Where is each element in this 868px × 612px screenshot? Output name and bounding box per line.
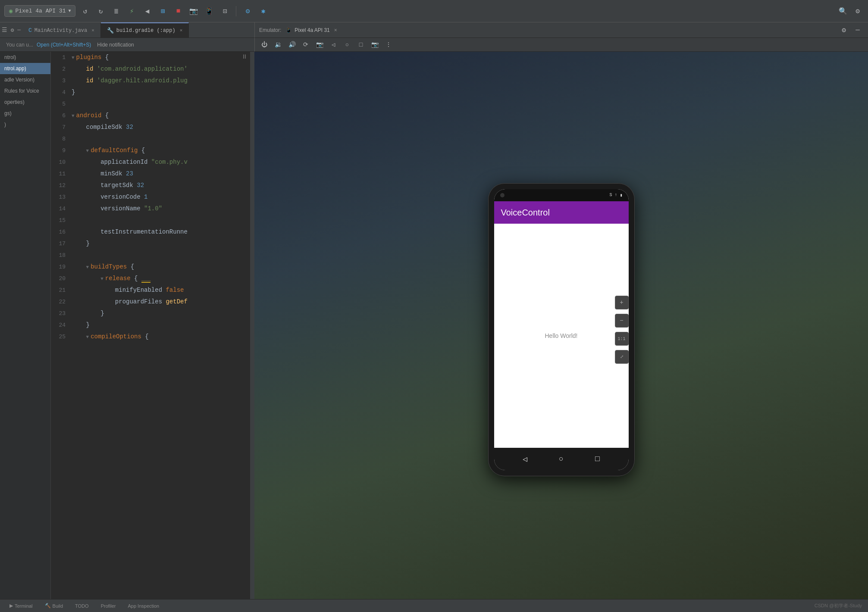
screenshot-icon[interactable]: 📷 [314,40,325,50]
line-num-15: 15 [51,215,72,226]
profiler-tab[interactable]: Profiler [97,603,119,609]
emulator-minimize-icon[interactable]: — [852,24,864,36]
device-selector[interactable]: ◉ Pixel 4a API 31 ▼ [4,5,75,17]
volume-down-icon[interactable]: 🔉 [273,40,283,50]
tab-main-activity[interactable]: C MainActivity.java × [22,22,101,37]
tablet-icon[interactable]: ⊡ [219,5,231,17]
phone-content: Hello World! [494,224,629,448]
sidebar-item-3[interactable]: Rules for Voice [0,85,50,97]
sidebar-item-6[interactable]: ) [0,119,50,130]
zoom-out-button[interactable]: − [615,314,629,328]
more-options-icon[interactable]: ⋮ [383,40,394,50]
line-num-9: 9 [51,145,72,156]
notification-open-link[interactable]: Open (Ctrl+Alt+Shift+S) [37,42,91,48]
code-line-18: 18 [51,250,254,261]
volume-up-icon[interactable]: 🔊 [287,40,297,50]
hamburger-icon[interactable]: ☰ [2,26,7,34]
code-line-11: 11 minSdk 23 [51,168,254,180]
overview-icon[interactable]: □ [356,40,366,50]
code-line-4: 4 } [51,87,254,98]
overview-nav-btn[interactable]: □ [595,455,600,463]
zoom-in-button[interactable]: + [615,296,629,309]
back-icon[interactable]: ◀ [141,5,153,17]
phone-screen: S ↑ ▮ VoiceControl Hello World! ◁ ○ [494,189,629,470]
sidebar-item-0[interactable]: ntrol) [0,52,50,63]
gradle-icon[interactable]: ⚙ [241,5,254,17]
expand-button[interactable]: ⤢ [615,350,629,364]
sync-icon[interactable]: ↺ [79,5,91,17]
activity-icon[interactable]: ⊞ [157,5,169,17]
sidebar-item-2[interactable]: adle Version) [0,74,50,85]
sync-alt-icon[interactable]: ↻ [94,5,107,17]
code-scrollbar[interactable] [250,52,254,599]
emulator-close-icon[interactable]: × [334,27,337,33]
line-content-24: } [72,319,254,331]
code-line-12: 12 targetSdk 32 [51,180,254,191]
app-inspection-tab[interactable]: App Inspection [124,603,163,609]
rotate-icon[interactable]: ⟳ [301,40,311,50]
line-num-25: 25 [51,331,72,343]
notification-text: You can u... [6,42,33,48]
terminal-icon: ▶ [9,603,13,609]
line-num-7: 7 [51,122,72,133]
flash-icon[interactable]: ⚡ [125,5,138,17]
back-nav-btn[interactable]: ◁ [523,454,527,464]
device-selector-label: Pixel 4a API 31 [15,8,66,14]
aspect-ratio-button[interactable]: 1:1 [615,332,629,346]
camera-ctrl-icon[interactable]: 📷 [370,40,380,50]
terminal-tab[interactable]: ▶ Terminal [6,602,36,609]
camera-icon[interactable]: 📷 [188,5,200,17]
line-num-6: 6 [51,110,72,122]
device-icon[interactable]: 📱 [203,5,215,17]
line-content-21: minifyEnabled false [72,284,254,296]
emulator-settings-icon[interactable]: ⚙ [838,24,850,36]
line-content-4: } [72,87,254,98]
back-nav-icon[interactable]: ◁ [328,40,338,50]
code-line-24: 24 } [51,319,254,331]
sidebar-item-4[interactable]: operties) [0,97,50,108]
sidebar-item-1[interactable]: ntrol.app) [0,63,50,74]
gear-small-icon[interactable]: ⚙ [11,27,14,34]
tab-bar: C MainActivity.java × 🔧 build.gradle (:a… [0,22,254,38]
tab-close-icon[interactable]: × [91,28,94,33]
home-nav-btn[interactable]: ○ [559,455,564,463]
line-content-1: ▼plugins { [72,52,254,63]
code-line-13: 13 versionCode 1 [51,191,254,203]
phone-device[interactable]: S ↑ ▮ VoiceControl Hello World! ◁ ○ [488,183,635,476]
build-tab[interactable]: 🔨 Build [41,602,66,609]
phone-icon: 📱 [285,27,292,33]
line-content-17: } [72,238,254,249]
todo-tab[interactable]: TODO [72,603,92,609]
todo-label: TODO [75,603,89,609]
notification-hide-link[interactable]: Hide notification [97,42,134,48]
line-content-8 [72,133,254,144]
settings-icon[interactable]: ⚙ [852,5,864,17]
home-icon[interactable]: ○ [342,40,352,50]
emulator-device-tab[interactable]: 📱 Pixel 4a API 31 × [285,27,337,33]
tab-build-gradle-close-icon[interactable]: × [180,28,183,33]
terminal-label: Terminal [15,603,33,609]
power-icon[interactable]: ⏻ [259,40,269,50]
tab-build-gradle[interactable]: 🔧 build.gradle (:app) × [101,22,189,37]
stop-icon[interactable]: ■ [172,5,184,17]
code-line-23: 23 } [51,308,254,319]
emulator-side-buttons: + − 1:1 ⤢ [615,296,629,364]
emulator-device-label: Pixel 4a API 31 [295,27,329,33]
sidebar-item-5[interactable]: gs) [0,108,50,119]
line-num-16: 16 [51,227,72,238]
code-line-3: 3 id 'dagger.hilt.android.plug [51,75,254,87]
line-num-11: 11 [51,169,72,180]
android-icon: ◉ [9,7,13,15]
minimize-icon[interactable]: — [17,27,21,33]
code-line-19: 19 ▼buildTypes { [51,261,254,273]
structure-icon[interactable]: ≣ [110,5,122,17]
phone-hello-text: Hello World! [545,332,578,339]
code-line-20: 20 ▼release { ___ [51,273,254,284]
code-editor[interactable]: 1 ▼plugins { 2 id 'com.android.applicati… [51,52,254,599]
pause-button[interactable]: ⏸ [241,53,248,60]
phone-camera [500,193,505,197]
line-num-3: 3 [51,75,72,87]
translate-icon[interactable]: ✱ [257,5,269,17]
search-icon[interactable]: 🔍 [837,5,849,17]
line-num-4: 4 [51,87,72,98]
